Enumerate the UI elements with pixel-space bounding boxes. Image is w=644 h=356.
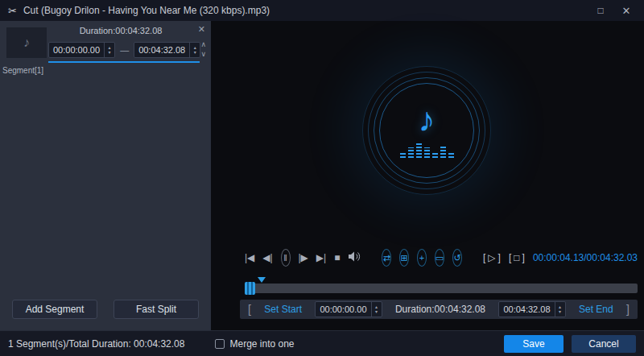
audio-file-icon: ♪	[23, 35, 30, 50]
bracket-left: [	[483, 252, 485, 263]
trim-start-handle[interactable]	[245, 282, 255, 295]
range-separator: —	[120, 45, 129, 55]
segment-actions: Add Segment Fast Split	[0, 300, 211, 319]
step-down-icon[interactable]: ▾	[559, 309, 561, 314]
trim-end-stepper: ▴ ▾	[555, 302, 565, 317]
equalizer-bars	[400, 142, 454, 158]
move-segment-up-icon[interactable]: ∧	[200, 40, 206, 48]
remove-segment-icon[interactable]: ✕	[198, 24, 205, 35]
trim-start-value[interactable]: 00:00:00.00	[316, 302, 370, 317]
segment-start-input[interactable]: 00:00:00.00 ▴ ▾	[48, 42, 115, 58]
split-icon[interactable]: ⇄	[382, 249, 391, 267]
crop-icon[interactable]: ▭	[435, 249, 444, 267]
segment-end-input[interactable]: 00:04:32.08 ▴ ▾	[134, 42, 200, 58]
fast-split-button[interactable]: Fast Split	[114, 300, 199, 319]
save-button[interactable]: Save	[504, 335, 564, 353]
bracket-right: ]	[498, 252, 501, 263]
step-down-icon[interactable]: ▾	[109, 50, 111, 55]
player-panel: ♪ |◀ ◀| ‖ |▶ ▶| ■ ⇄ ⊞ + ▭ ↺ [ ▷ ]	[211, 21, 644, 330]
segment-label: Segment[1]	[2, 66, 43, 75]
end-bracket: ]	[626, 303, 630, 316]
skip-to-start-icon[interactable]: |◀	[245, 252, 254, 263]
volume-icon[interactable]	[348, 251, 361, 264]
segment-duration-header: Duration:00:04:32.08	[48, 26, 193, 35]
segment-panel: Duration:00:04:32.08 ✕ ∧ ∨ ♪ 00:00:00.00…	[0, 21, 211, 330]
stop-button[interactable]: ■	[334, 252, 340, 263]
previous-frame-icon[interactable]: ◀|	[262, 252, 272, 263]
timeline-track[interactable]	[245, 284, 638, 293]
bracket-left: [	[509, 252, 511, 263]
music-note-icon: ♪	[419, 103, 436, 137]
playback-controls: |◀ ◀| ‖ |▶ ▶| ■ ⇄ ⊞ + ▭ ↺ [ ▷ ] [ □ ]	[245, 240, 638, 275]
window-title: Cut (Bugoy Drilon - Having You Near Me (…	[23, 5, 270, 16]
cut-dialog-window: ✂ Cut (Bugoy Drilon - Having You Near Me…	[0, 0, 644, 356]
playhead-marker[interactable]	[258, 277, 266, 283]
move-segment-down-icon[interactable]: ∨	[200, 50, 206, 58]
trim-controls-bar: [ Set Start 00:00:00.00 ▴ ▾ Duration:00:…	[240, 300, 638, 319]
start-bracket: [	[248, 303, 251, 316]
segment-time-range: 00:00:00.00 ▴ ▾ — 00:04:32.08 ▴ ▾	[48, 42, 200, 58]
step-down-icon[interactable]: ▾	[194, 50, 196, 55]
skip-to-end-icon[interactable]: ▶|	[316, 252, 326, 263]
set-end-button[interactable]: Set End	[579, 304, 613, 315]
trim-start-stepper: ▴ ▾	[371, 302, 382, 317]
stop-icon: □	[514, 252, 519, 263]
segment-progress-bar	[48, 61, 200, 63]
pause-button[interactable]: ‖	[281, 249, 291, 267]
close-button[interactable]: ✕	[617, 5, 636, 17]
play-icon: ▷	[488, 252, 495, 263]
cancel-button[interactable]: Cancel	[572, 335, 636, 353]
next-frame-icon[interactable]: |▶	[299, 252, 308, 263]
trim-end-input[interactable]: 00:04:32.08 ▴ ▾	[498, 301, 565, 317]
set-start-button[interactable]: Set Start	[264, 304, 302, 315]
snapshot-icon[interactable]: ⊞	[399, 249, 409, 267]
titlebar: ✂ Cut (Bugoy Drilon - Having You Near Me…	[0, 0, 644, 21]
maximize-button[interactable]: □	[591, 5, 610, 16]
total-duration-summary: 1 Segment(s)/Total Duration: 00:04:32.08	[8, 338, 184, 350]
add-segment-button[interactable]: Add Segment	[12, 300, 97, 319]
artwork-disc: ♪	[379, 83, 474, 178]
playback-time-display: 00:00:04.13/00:04:32.03	[533, 252, 638, 263]
segment-start-value[interactable]: 00:00:00.00	[49, 43, 104, 57]
bracket-right: ]	[522, 252, 525, 263]
segment-end-value[interactable]: 00:04:32.08	[134, 43, 189, 57]
merge-into-one-option[interactable]: Merge into one	[215, 338, 294, 350]
reset-icon[interactable]: ↺	[452, 249, 462, 267]
step-down-icon[interactable]: ▾	[375, 309, 378, 314]
segment-end-stepper: ▴ ▾	[189, 43, 200, 57]
trim-duration-label: Duration:00:04:32.08	[395, 304, 485, 315]
segment-thumbnail[interactable]: ♪	[6, 27, 47, 58]
add-segment-icon[interactable]: +	[417, 249, 427, 267]
footer-bar: 1 Segment(s)/Total Duration: 00:04:32.08…	[0, 330, 644, 356]
audio-artwork: ♪	[362, 66, 491, 195]
segment-start-stepper: ▴ ▾	[104, 43, 114, 57]
scissors-icon: ✂	[8, 5, 17, 17]
merge-label: Merge into one	[229, 338, 294, 350]
play-segment-button[interactable]: [ ▷ ]	[483, 252, 501, 263]
merge-checkbox[interactable]	[215, 339, 225, 349]
trim-start-input[interactable]: 00:00:00.00 ▴ ▾	[315, 301, 382, 317]
stop-segment-button[interactable]: [ □ ]	[509, 252, 525, 263]
trim-end-value[interactable]: 00:04:32.08	[499, 302, 554, 317]
